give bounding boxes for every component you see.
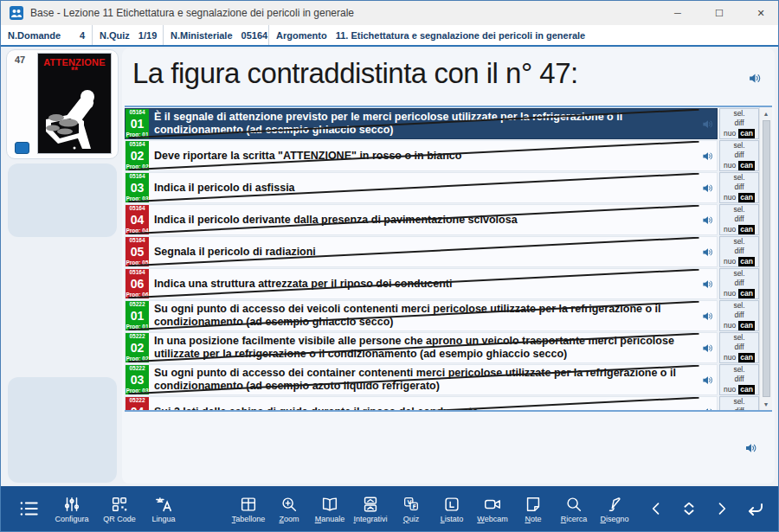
flag-sel[interactable]: sel. bbox=[733, 109, 744, 119]
flag-diff[interactable]: diff bbox=[734, 215, 744, 224]
quiz-button[interactable]: V F Quiz bbox=[391, 488, 431, 529]
scroll-down-icon[interactable]: ▼ bbox=[763, 398, 769, 410]
answer-row[interactable]: 05222 01 Prog: 01 Su ogni punto di acces… bbox=[125, 300, 759, 331]
close-button[interactable]: ✕ bbox=[744, 1, 778, 25]
flag-can[interactable]: can bbox=[738, 257, 755, 266]
flag-can[interactable]: can bbox=[738, 353, 755, 362]
qr-code-button[interactable]: QR Code bbox=[98, 488, 141, 529]
expand-collapse-button[interactable] bbox=[674, 490, 704, 527]
flag-nuo[interactable]: nuo bbox=[724, 385, 736, 394]
answer-row[interactable]: 05164 04 Prog: 04 Indica il pericolo der… bbox=[125, 204, 759, 235]
flag-nuo[interactable]: nuo bbox=[724, 289, 736, 298]
flag-can[interactable]: can bbox=[738, 385, 755, 394]
figure-marker-chip[interactable] bbox=[15, 142, 29, 154]
note-button[interactable]: Note bbox=[513, 488, 553, 529]
flag-can[interactable]: can bbox=[738, 321, 755, 330]
manuale-button[interactable]: Manuale bbox=[310, 488, 350, 529]
answer-row-main[interactable]: 05164 01 Prog: 01 È il segnale di attenz… bbox=[125, 108, 718, 139]
maximize-button[interactable]: ☐ bbox=[702, 1, 737, 25]
flag-diff[interactable]: diff bbox=[734, 119, 744, 128]
flag-sel[interactable]: sel. bbox=[733, 301, 744, 311]
tabellone-button[interactable]: Tabellone bbox=[229, 488, 268, 529]
webcam-button[interactable]: Webcam bbox=[473, 488, 512, 529]
answer-row-main[interactable]: 05164 03 Prog: 03 Indica il pericolo di … bbox=[125, 172, 718, 203]
flag-can[interactable]: can bbox=[738, 161, 755, 170]
answer-row[interactable]: 05164 01 Prog: 01 È il segnale di attenz… bbox=[125, 108, 759, 139]
flag-nuo[interactable]: nuo bbox=[724, 321, 736, 330]
answer-row[interactable]: 05164 02 Prog: 02 Deve riportare la scri… bbox=[125, 140, 759, 171]
answer-speaker-icon[interactable] bbox=[699, 374, 717, 387]
flag-sel[interactable]: sel. bbox=[733, 173, 744, 183]
answer-row-main[interactable]: 05222 04 Prog: 04 Sui 2 lati della cabin… bbox=[125, 396, 718, 410]
answer-speaker-icon[interactable] bbox=[699, 406, 717, 411]
answer-row-main[interactable]: 05164 05 Prog: 05 Segnala il pericolo di… bbox=[125, 236, 718, 267]
disegno-button[interactable]: Disegno bbox=[595, 488, 634, 529]
answer-speaker-icon[interactable] bbox=[699, 214, 717, 227]
integrativi-button[interactable]: Integrativi bbox=[351, 488, 390, 529]
dry-ice-warning-sign[interactable]: ATTENZIONE ** bbox=[37, 53, 112, 154]
scroll-thumb[interactable] bbox=[763, 120, 770, 397]
flag-nuo[interactable]: nuo bbox=[724, 257, 736, 266]
question-speaker-icon[interactable] bbox=[748, 71, 763, 86]
answer-row-main[interactable]: 05164 04 Prog: 04 Indica il pericolo der… bbox=[125, 204, 718, 235]
flag-nuo[interactable]: nuo bbox=[724, 161, 736, 170]
ricerca-button[interactable]: Ricerca bbox=[554, 488, 594, 529]
answer-speaker-icon[interactable] bbox=[699, 118, 717, 131]
scroll-up-icon[interactable]: ▲ bbox=[763, 107, 769, 119]
flag-sel[interactable]: sel. bbox=[733, 269, 744, 279]
answer-row-main[interactable]: 05164 02 Prog: 02 Deve riportare la scri… bbox=[125, 140, 718, 171]
flag-nuo[interactable]: nuo bbox=[724, 193, 736, 202]
panel-speaker-icon[interactable] bbox=[744, 441, 758, 455]
answer-row-main[interactable]: 05222 02 Prog: 02 In una posizione facil… bbox=[125, 332, 718, 363]
answer-row[interactable]: 05222 04 Prog: 04 Sui 2 lati della cabin… bbox=[125, 396, 759, 410]
flag-nuo[interactable]: nuo bbox=[724, 129, 736, 138]
answer-row[interactable]: 05164 03 Prog: 03 Indica il pericolo di … bbox=[125, 172, 759, 203]
flag-diff[interactable]: diff bbox=[734, 151, 744, 160]
toolbar-nav-group bbox=[641, 490, 769, 527]
zoom-button[interactable]: Zoom bbox=[269, 488, 309, 529]
return-button[interactable] bbox=[740, 490, 769, 527]
lingua-button[interactable]: Lingua bbox=[144, 488, 183, 529]
flag-sel[interactable]: sel. bbox=[733, 237, 744, 247]
flag-diff[interactable]: diff bbox=[734, 311, 744, 320]
flag-can[interactable]: can bbox=[738, 129, 755, 138]
flag-sel[interactable]: sel. bbox=[733, 397, 744, 407]
prev-question-button[interactable] bbox=[641, 490, 671, 527]
flag-nuo[interactable]: nuo bbox=[724, 225, 736, 234]
answer-speaker-icon[interactable] bbox=[699, 278, 717, 291]
flag-diff[interactable]: diff bbox=[734, 279, 744, 288]
answer-speaker-icon[interactable] bbox=[699, 246, 717, 259]
flag-diff[interactable]: diff bbox=[734, 375, 744, 384]
answer-row-main[interactable]: 05164 06 Prog: 06 Indica una struttura a… bbox=[125, 268, 718, 299]
answer-speaker-icon[interactable] bbox=[699, 342, 717, 355]
flag-can[interactable]: can bbox=[738, 193, 755, 202]
flag-can[interactable]: can bbox=[738, 225, 755, 234]
answer-row[interactable]: 05222 03 Prog: 03 Su ogni punto di acces… bbox=[125, 364, 759, 395]
answer-row-main[interactable]: 05222 03 Prog: 03 Su ogni punto di acces… bbox=[125, 364, 718, 395]
flag-diff[interactable]: diff bbox=[734, 343, 744, 352]
answer-speaker-icon[interactable] bbox=[699, 150, 717, 163]
answer-speaker-icon[interactable] bbox=[699, 310, 717, 323]
answer-row[interactable]: 05164 06 Prog: 06 Indica una struttura a… bbox=[125, 268, 759, 299]
configura-button[interactable]: Configura bbox=[48, 488, 95, 529]
flag-nuo[interactable]: nuo bbox=[724, 353, 736, 362]
field-n-ministeriale: N.Ministeriale 05164 bbox=[164, 25, 269, 45]
next-question-button[interactable] bbox=[707, 490, 737, 527]
answers-scrollbar[interactable]: ▲ ▼ bbox=[759, 107, 772, 410]
answer-speaker-icon[interactable] bbox=[699, 182, 717, 195]
answer-row[interactable]: 05164 05 Prog: 05 Segnala il pericolo di… bbox=[125, 236, 759, 267]
flag-sel[interactable]: sel. bbox=[733, 141, 744, 151]
answer-number: 02 bbox=[131, 150, 145, 162]
menu-button[interactable] bbox=[11, 488, 46, 529]
flag-can[interactable]: can bbox=[738, 289, 755, 298]
flag-diff[interactable]: diff bbox=[734, 247, 744, 256]
answer-row-main[interactable]: 05222 01 Prog: 01 Su ogni punto di acces… bbox=[125, 300, 718, 331]
minimize-button[interactable]: ─ bbox=[660, 1, 695, 25]
listato-button[interactable]: Listato bbox=[432, 488, 472, 529]
flag-sel[interactable]: sel. bbox=[733, 365, 744, 375]
flag-diff[interactable]: diff bbox=[734, 407, 744, 410]
answer-row[interactable]: 05222 02 Prog: 02 In una posizione facil… bbox=[125, 332, 759, 363]
flag-sel[interactable]: sel. bbox=[733, 333, 744, 343]
flag-diff[interactable]: diff bbox=[734, 183, 744, 192]
flag-sel[interactable]: sel. bbox=[733, 205, 744, 215]
